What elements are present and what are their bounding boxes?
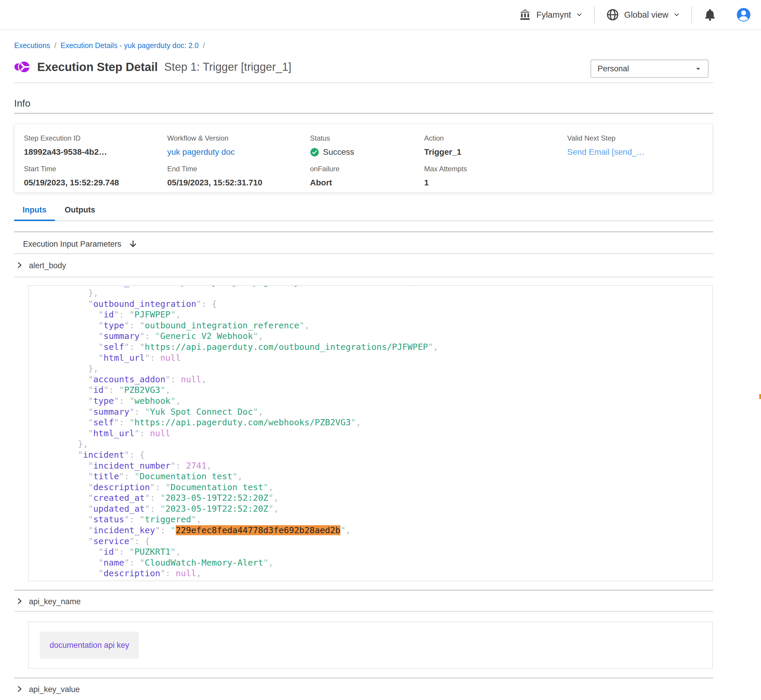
field-label: Step Execution ID [24,134,107,142]
field-value: 18992a43-9538-4b2… [24,147,107,157]
notifications-bell-button[interactable] [703,8,717,22]
page-title: Execution Step Detail [37,61,158,74]
code-line: "updated_at": "2023-05-19T22:52:20Z", [47,503,712,514]
field-label: End Time [167,165,262,173]
field-status: Status Success [310,134,354,157]
divider [14,220,713,221]
alert-body-expand-chevron-icon[interactable] [15,261,23,269]
divider [14,83,713,83]
divider [14,590,713,591]
info-heading: Info [14,98,30,109]
field-start-time: Start Time 05/19/2023, 15:52:29.748 [24,165,119,188]
top-navbar: Fylamynt Global view [0,0,761,30]
field-workflow-version: Workflow & Version yuk pagerduty doc [167,134,235,157]
tab-inputs[interactable]: Inputs [14,205,55,214]
code-line: "incident": { [47,450,712,460]
field-max-attempts: Max Attempts 1 [424,165,467,188]
field-step-execution-id: Step Execution ID 18992a43-9538-4b2… [24,134,107,157]
code-line: "created_at": "2023-05-19T22:52:20Z", [47,492,712,503]
field-label: Valid Next Step [567,134,645,142]
navbar-separator [691,6,692,23]
field-label: onFailure [310,165,340,173]
field-label: Max Attempts [424,165,467,173]
find-match-scroll-marker [759,394,761,399]
code-line: "created_at": "2023-05-19T22:52:20Z", [47,579,712,581]
divider [14,253,713,254]
api-key-value-expand-chevron-icon[interactable] [15,685,23,693]
workflow-link[interactable]: yuk pagerduty doc [167,147,235,157]
scope-select-value: Personal [598,64,629,73]
divider [14,231,713,232]
api-key-name-panel: documentation api key [28,622,713,669]
execution-input-parameters-header: Execution Input Parameters [23,239,138,249]
chevron-down-icon [673,11,680,18]
field-value: Trigger_1 [424,147,461,157]
code-line: "type": "outbound_integration_reference"… [47,320,712,331]
code-line: "incident_number": 2741, [47,460,712,471]
next-step-link[interactable]: Send Email [send_… [567,147,645,157]
code-line: "accounts_addon": null, [47,374,712,385]
breadcrumb-separator: / [54,41,56,50]
breadcrumb-link-executions[interactable]: Executions [14,41,50,50]
field-label: Action [424,134,461,142]
code-line: "title": "Documentation test", [47,471,712,482]
code-line: "id": "PUZKRT1", [47,547,712,557]
status-badge: Success [323,147,354,157]
divider [14,113,713,114]
field-onfailure: onFailure Abort [310,165,340,188]
active-tab-indicator [14,220,55,221]
api-key-value-label[interactable]: api_key_value [29,685,80,694]
code-line: "service": { [47,536,712,547]
breadcrumb-separator: / [203,41,205,50]
field-label: Status [310,134,354,142]
params-header-label: Execution Input Parameters [23,240,121,249]
bank-icon [518,8,531,21]
breadcrumb: Executions / Execution Details - yuk pag… [14,41,205,50]
json-code-block[interactable]: "html_url": "https://fylamynt.pagerduty.… [28,285,713,581]
field-value: 05/19/2023, 15:52:31.710 [167,178,262,188]
breadcrumb-link-execution-details[interactable]: Execution Details - yuk pagerduty doc: 2… [61,41,199,50]
scope-select[interactable]: Personal [590,59,708,78]
field-value: 05/19/2023, 15:52:29.748 [24,178,119,188]
code-line: "id": "PZB2VG3", [47,384,712,395]
field-label: Start Time [24,165,119,173]
code-line: "name": "CloudWatch-Memory-Alert", [47,557,712,568]
info-card: Step Execution ID 18992a43-9538-4b2… Wor… [14,124,712,193]
code-line: "description": null, [47,568,712,579]
code-line: "html_url": null [47,353,712,363]
code-line: "self": "https://api.pagerduty.com/webho… [47,417,712,428]
code-line: "description": "Documentation test", [47,482,712,493]
field-label: Workflow & Version [167,134,235,142]
api-key-name-label[interactable]: api_key_name [29,597,81,606]
code-line: "html_url": null [47,428,712,439]
code-line: "summary": "Yuk Spot Connect Doc", [47,406,712,417]
json-code: "html_url": "https://fylamynt.pagerduty.… [28,285,712,581]
success-check-icon [310,148,319,157]
field-action: Action Trigger_1 [424,134,461,157]
code-line: "status": "triggered", [47,514,712,525]
api-key-name-expand-chevron-icon[interactable] [15,597,23,605]
field-value: 1 [424,178,467,188]
tab-outputs[interactable]: Outputs [61,205,99,214]
view-menu[interactable]: Global view [606,8,680,22]
api-key-name-chip[interactable]: documentation api key [40,631,139,659]
field-value: Abort [310,178,340,188]
divider [14,277,713,277]
code-line: }, [47,439,712,450]
divider [14,678,713,678]
code-line: "html_url": "https://fylamynt.pagerduty.… [47,285,712,288]
caret-down-icon [695,66,701,72]
download-arrow-icon[interactable] [128,239,138,249]
code-line: "summary": "Generic V2 Webhook", [47,331,712,342]
field-end-time: End Time 05/19/2023, 15:52:31.710 [167,165,262,188]
alert-body-label[interactable]: alert_body [29,261,66,270]
code-line: "id": "PJFWPEP", [47,309,712,320]
code-line: "type": "webhook", [47,395,712,406]
code-line: "self": "https://api.pagerduty.com/outbo… [47,342,712,353]
org-menu[interactable]: Fylamynt [518,8,583,21]
chevron-down-icon [576,11,583,18]
user-avatar-button[interactable] [736,7,751,22]
org-menu-label: Fylamynt [536,10,571,20]
code-line: "incident_key": "229efec8feda44778d3fe69… [47,525,712,536]
globe-icon [606,8,619,22]
